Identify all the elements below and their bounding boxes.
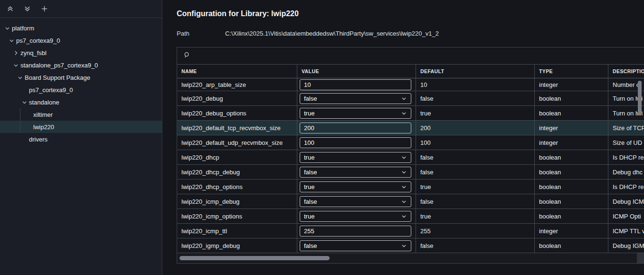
- add-button[interactable]: [39, 4, 49, 14]
- table-row[interactable]: lwip220_icmp_optionstruetruebooleanICMP …: [177, 209, 644, 224]
- tree-item-label: lwip220: [33, 123, 54, 131]
- expand-all-button[interactable]: [22, 4, 32, 14]
- search-bar: [177, 47, 644, 65]
- vertical-scrollbar-thumb[interactable]: [638, 81, 642, 114]
- param-value-cell: [297, 121, 416, 135]
- value-select[interactable]: false: [300, 196, 411, 207]
- value-input[interactable]: [300, 226, 411, 237]
- indent-guide: [20, 121, 20, 133]
- value-input[interactable]: [300, 79, 411, 90]
- chevron-down-icon[interactable]: [20, 98, 28, 106]
- table-row[interactable]: lwip220_debugfalsefalsebooleanTurn on lw…: [177, 91, 644, 106]
- column-header-value: VALUE: [297, 65, 416, 78]
- table-row[interactable]: lwip220_dhcp_debugfalsefalsebooleanDebug…: [177, 165, 644, 180]
- chevron-down-icon: [401, 154, 407, 161]
- tree-item-label: Board Support Package: [24, 74, 90, 81]
- tree-item-platform[interactable]: platform: [0, 22, 162, 34]
- select-value: true: [304, 183, 314, 190]
- param-default: true: [416, 106, 535, 120]
- param-name: lwip220_icmp_options: [177, 209, 297, 223]
- chevron-down-icon: [401, 243, 407, 249]
- tree-item-label: zynq_fsbl: [20, 49, 47, 57]
- param-type: boolean: [535, 180, 608, 194]
- horizontal-scrollbar-thumb[interactable]: [180, 256, 330, 260]
- table-row[interactable]: lwip220_igmp_debugfalsefalsebooleanDebug…: [177, 238, 644, 253]
- param-name: lwip220_dhcp: [177, 150, 297, 164]
- param-default: false: [416, 165, 535, 179]
- tree-item-ps7-cortexa9-0[interactable]: ps7_cortexa9_0: [0, 84, 162, 96]
- tree-item-zynq-fsbl[interactable]: zynq_fsbl: [0, 47, 162, 59]
- param-type: integer: [535, 224, 608, 238]
- table-row[interactable]: lwip220_default_tcp_recvmbox_size200inte…: [177, 121, 644, 135]
- value-select[interactable]: true: [300, 211, 411, 222]
- param-name: lwip220_debug_options: [177, 106, 297, 120]
- param-type: boolean: [535, 194, 608, 209]
- table-row[interactable]: lwip220_debug_optionstruetruebooleanTurn…: [177, 106, 644, 121]
- collapse-all-icon: [7, 5, 14, 12]
- tree-item-xiltimer[interactable]: xiltimer: [0, 108, 162, 121]
- param-type: boolean: [535, 165, 608, 179]
- scrollbar-corner: [637, 253, 644, 263]
- select-value: true: [304, 110, 314, 117]
- table-row[interactable]: lwip220_icmp_ttl255integerICMP TTL v: [177, 224, 644, 238]
- tree-item-drivers[interactable]: drivers: [0, 133, 162, 145]
- tree-item-label: platform: [11, 25, 34, 32]
- tree-item-board-support-package[interactable]: Board Support Package: [0, 71, 162, 84]
- param-default: false: [416, 238, 535, 253]
- chevron-right-icon[interactable]: [11, 49, 20, 57]
- param-type: boolean: [535, 150, 608, 164]
- table-row[interactable]: lwip220_arp_table_size10integerNumber of: [177, 78, 644, 91]
- value-select[interactable]: true: [300, 108, 411, 119]
- chevron-down-icon[interactable]: [3, 24, 11, 32]
- sidebar: platformps7_cortexa9_0zynq_fsblstandalon…: [0, 0, 162, 275]
- value-input[interactable]: [300, 137, 411, 148]
- select-value: false: [304, 242, 317, 249]
- param-default: false: [416, 150, 535, 164]
- tree-item-standalone[interactable]: standalone: [0, 96, 162, 108]
- param-description: Debug ICM: [608, 194, 644, 209]
- value-select[interactable]: false: [300, 167, 411, 178]
- param-value-cell: false: [297, 165, 416, 179]
- value-select[interactable]: true: [300, 152, 411, 163]
- param-value-cell: false: [297, 91, 416, 105]
- table-row[interactable]: lwip220_dhcptruefalsebooleanIs DHCP re: [177, 150, 644, 165]
- tree-item-standalone-ps7-cortexa9-0[interactable]: standalone_ps7_cortexa9_0: [0, 59, 162, 71]
- param-type: boolean: [535, 209, 608, 223]
- param-description: Size of UD: [608, 135, 644, 150]
- add-icon: [41, 5, 48, 12]
- chevron-down-icon[interactable]: [11, 61, 20, 69]
- value-select[interactable]: true: [300, 181, 411, 192]
- table-row[interactable]: lwip220_icmp_debugfalsefalsebooleanDebug…: [177, 194, 644, 209]
- param-type: integer: [535, 121, 608, 135]
- chevron-down-icon: [401, 213, 407, 219]
- param-value-cell: [297, 78, 416, 91]
- value-select[interactable]: false: [300, 240, 411, 251]
- select-value: false: [304, 169, 317, 176]
- horizontal-scrollbar[interactable]: [177, 253, 644, 263]
- table-row[interactable]: lwip220_default_udp_recvmbox_size100inte…: [177, 135, 644, 150]
- param-default: true: [416, 209, 535, 223]
- value-select[interactable]: false: [300, 93, 411, 104]
- param-name: lwip220_arp_table_size: [177, 78, 297, 91]
- param-value-cell: true: [297, 180, 416, 194]
- table-row[interactable]: lwip220_dhcp_optionstruetruebooleanIs DH…: [177, 180, 644, 194]
- value-input[interactable]: [300, 123, 411, 133]
- param-description: Debug IGM: [608, 238, 644, 253]
- param-description: Debug dhc: [608, 165, 644, 179]
- tree-item-label: standalone: [28, 99, 59, 106]
- tree-item-lwip220[interactable]: lwip220: [0, 121, 162, 133]
- tree-item-ps7-cortexa9-0[interactable]: ps7_cortexa9_0: [0, 34, 162, 47]
- chevron-down-icon[interactable]: [7, 37, 16, 44]
- path-value: C:\Xilinx\2025.1\Vitis\data\embeddedsw\T…: [225, 30, 439, 37]
- param-default: false: [416, 194, 535, 209]
- sidebar-toolbar: [0, 0, 162, 18]
- collapse-all-button[interactable]: [5, 4, 15, 14]
- param-type: boolean: [535, 238, 608, 253]
- param-name: lwip220_default_tcp_recvmbox_size: [177, 121, 297, 135]
- tree-item-label: standalone_ps7_cortexa9_0: [20, 62, 98, 69]
- chevron-down-icon[interactable]: [16, 74, 24, 81]
- indent-guide: [20, 108, 20, 121]
- search-input[interactable]: [195, 47, 644, 64]
- param-value-cell: true: [297, 106, 416, 120]
- param-name: lwip220_dhcp_debug: [177, 165, 297, 179]
